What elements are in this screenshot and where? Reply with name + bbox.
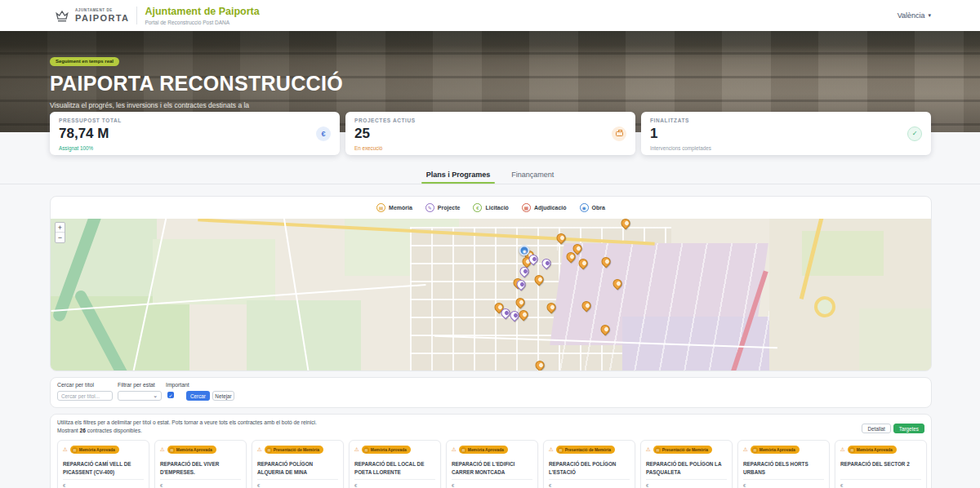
stat-value: 25 [354,126,626,142]
app-header: AJUNTAMENT DE PAIPORTA Ajuntament de Pai… [0,0,980,31]
budget-euro-icon: € [354,483,357,488]
card-divider [63,479,144,480]
search-input[interactable] [57,391,113,401]
contract-title: REPARACIÓ DELS HORTS URBANS [743,460,824,477]
zoom-out-button[interactable]: − [56,233,65,242]
status-badge-label: Memòria Aprovada [760,448,795,452]
contract-title: REPARACIÓ DEL POLÍGON L'ESTACIÓ [549,460,630,477]
state-filter-label: Filtrar per estat [118,382,155,388]
status-badge-label: Memòria Aprovada [79,448,115,452]
warning-icon: ⚠ [257,446,262,453]
card-divider [646,479,727,480]
important-checkbox[interactable]: ✓ [167,392,174,398]
contract-card[interactable]: ⚠▤Presentació de MemòriaREPARACIÓ DEL PO… [640,440,733,488]
language-selector[interactable]: València ▾ [898,11,931,20]
legend-label: Obra [592,205,605,211]
stats-row: PRESSUPOST TOTAL 78,74 M Assignat 100% €… [50,112,932,155]
card-divider [549,479,630,480]
stat-card-budget: PRESSUPOST TOTAL 78,74 M Assignat 100% € [50,112,340,155]
legend-item-obra: ◉Obra [580,203,605,212]
zoom-in-button[interactable]: + [56,223,65,233]
budget-euro-icon: € [646,483,648,488]
budget-euro-icon: € [257,483,260,488]
document-icon: ▤ [461,447,466,453]
contract-card[interactable]: ⚠▤Memòria AprovadaREPARACIÓ DEL LOCAL DE… [349,440,441,488]
important-label: Important [166,382,189,388]
contract-card[interactable]: ⚠▤Memòria AprovadaREPARACIÓ DELS HORTS U… [737,440,830,488]
contract-cards-row: ⚠▤Memòria AprovadaREPARACIÓ CAMÍ VELL DE… [57,440,927,488]
map-legend: ▤Memòria✎Projecte€Licitació▦Adjudicació◉… [51,197,931,219]
contract-card[interactable]: ⚠▤Memòria AprovadaREPARACIÓ CAMÍ VELL DE… [57,440,149,488]
map-fields [859,308,932,371]
count-number: 26 [80,428,86,433]
status-badge: ▤Presentació de Memòria [556,446,615,454]
paiporta-logo[interactable]: AJUNTAMENT DE PAIPORTA [54,7,129,24]
contract-card[interactable]: ⚠▤Memòria AprovadaREPARACIÓ DE L'EDIFICI… [446,440,538,488]
status-badge: ▤Memòria Aprovada [848,446,897,454]
legend-item-memòria: ▤Memòria [376,203,412,212]
status-badge-label: Presentació de Memòria [274,448,319,452]
contract-card[interactable]: ⚠▤Memòria AprovadaREPARACIÓ DEL SECTOR 2… [835,440,927,488]
crown-icon [54,7,70,24]
contract-title: REPARACIÓ DEL VIVER D'EMPRESES. [160,460,241,477]
contract-title: REPARACIÓ DE L'EDIFICI CARRER MONTCADA [452,460,532,477]
warning-icon: ⚠ [354,446,359,453]
tab-financament[interactable]: Finançament [511,171,554,184]
budget-euro-icon: € [160,483,163,488]
stat-label: FINALITZATS [650,118,922,123]
check-circle-icon: ✓ [907,126,922,141]
status-badge-label: Memòria Aprovada [468,448,504,452]
legend-item-projecte: ✎Projecte [425,203,461,212]
warning-icon: ⚠ [840,446,845,453]
stat-footer: En execució [354,145,626,151]
warning-icon: ⚠ [646,446,651,453]
stat-label: PROJECTES ACTIUS [354,118,626,123]
status-badge-label: Memòria Aprovada [857,448,893,452]
map-panel: ▤Memòria✎Projecte€Licitació▦Adjudicació◉… [50,196,932,371]
warning-icon: ⚠ [549,446,554,453]
map[interactable]: + − ◉ [51,219,932,371]
site-title: Ajuntament de Paiporta [145,6,259,17]
clear-button[interactable]: Netejar [212,391,234,401]
stat-value: 78,74 M [59,126,331,142]
tab-plans-i-programes[interactable]: Plans i Programes [426,171,491,184]
state-select[interactable]: ⌄ [118,391,162,401]
document-icon: ▤ [72,447,78,453]
card-divider [840,479,921,480]
map-roundabout [814,296,835,317]
language-label: València [898,11,925,20]
status-badge: ▤Memòria Aprovada [362,446,411,454]
logo-wordmark: PAIPORTA [75,13,129,23]
status-badge: ▤Memòria Aprovada [751,446,800,454]
contract-card[interactable]: ⚠▤Memòria AprovadaREPARACIÓ DEL VIVER D'… [154,440,247,488]
status-badge: ▤Presentació de Memòria [265,446,323,454]
warning-icon: ⚠ [452,446,457,453]
search-button[interactable]: Cercar [186,391,210,401]
map-fields [247,300,361,371]
status-badge-label: Presentació de Memòria [662,448,708,452]
warning-icon: ⚠ [63,446,68,453]
view-detailed-button[interactable]: Detallat [862,424,890,433]
contracts-panel: Utilitza els filtres per a delimitar per… [50,414,932,488]
view-cards-button[interactable]: Targetes [893,424,924,433]
stat-card-finished: FINALITZATS 1 Intervencions completades … [641,112,931,155]
projecte-icon: ✎ [425,203,434,212]
live-badge: Seguiment en temps real [50,57,119,66]
filter-help-text: Utilitza els filtres per a delimitar per… [57,419,924,425]
warning-icon: ⚠ [743,446,748,453]
contract-card[interactable]: ⚠▤Presentació de MemòriaREPARACIÓ POLÍGO… [252,440,344,488]
document-icon: ▤ [363,447,369,453]
status-badge-label: Memòria Aprovada [176,448,212,452]
legend-label: Adjudicació [534,205,567,211]
contract-title: REPARACIÓ DEL POLÍGON LA PASQUALETA [646,460,727,477]
status-badge-label: Presentació de Memòria [565,448,611,452]
warning-icon: ⚠ [160,446,165,453]
contract-card[interactable]: ⚠▤Presentació de MemòriaREPARACIÓ DEL PO… [543,440,635,488]
header-divider [136,7,137,24]
status-badge: ▤Memòria Aprovada [459,446,508,454]
stat-footer: Assignat 100% [59,145,331,151]
budget-euro-icon: € [840,483,843,488]
licitació-icon: € [473,203,482,212]
contract-title: REPARACIÓ DEL LOCAL DE POETA LLORENTE [354,460,435,477]
map-marker-obra[interactable]: ◉ [519,246,530,256]
